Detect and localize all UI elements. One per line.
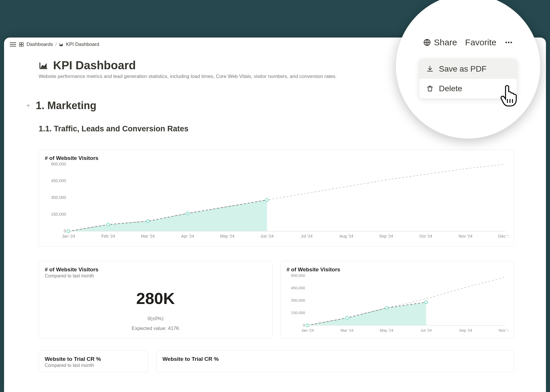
svg-rect-0 bbox=[19, 42, 21, 44]
chart-area-icon bbox=[59, 42, 63, 47]
cursor-pointer-icon bbox=[499, 84, 519, 108]
svg-point-22 bbox=[107, 223, 110, 226]
more-button[interactable] bbox=[504, 38, 513, 47]
svg-text:Jan '24: Jan '24 bbox=[62, 234, 75, 238]
visitors-chart-card: # of Website Visitors 0150,000300,000450… bbox=[39, 150, 514, 247]
visitors-small-line-chart: 0150,000300,000450,000600,000Jan '24Mar … bbox=[287, 273, 508, 333]
svg-point-25 bbox=[265, 199, 268, 201]
svg-text:Apr '24: Apr '24 bbox=[181, 234, 194, 238]
svg-text:Jan '24: Jan '24 bbox=[301, 328, 314, 333]
row-trial-cr: Website to Trial CR % Compared to last m… bbox=[39, 350, 514, 372]
favorite-label: Favorite bbox=[465, 38, 496, 47]
svg-point-40 bbox=[385, 307, 388, 309]
svg-text:450,000: 450,000 bbox=[51, 178, 66, 183]
overlay-actions-row: Share Favorite bbox=[423, 38, 513, 47]
menu-icon[interactable] bbox=[10, 42, 16, 46]
row-kpi-smallchart: # of Website Visitors Compared to last m… bbox=[39, 261, 514, 338]
svg-text:Mar '24: Mar '24 bbox=[341, 328, 353, 333]
svg-rect-1 bbox=[22, 42, 23, 44]
svg-text:Jul '24: Jul '24 bbox=[301, 234, 313, 238]
svg-point-46 bbox=[510, 42, 512, 43]
svg-text:May '24: May '24 bbox=[220, 234, 235, 238]
kpi-delta: 0(±0%) bbox=[45, 316, 266, 322]
menu-item-save-pdf[interactable]: Save as PDF bbox=[419, 59, 517, 79]
svg-text:Jun '24: Jun '24 bbox=[260, 234, 274, 238]
add-block-icon[interactable]: + bbox=[25, 102, 32, 109]
card-title: # of Website Visitors bbox=[45, 266, 266, 273]
svg-text:450,000: 450,000 bbox=[291, 286, 305, 290]
more-horizontal-icon bbox=[504, 38, 513, 47]
svg-point-24 bbox=[186, 212, 189, 215]
breadcrumb-separator: / bbox=[55, 42, 57, 47]
actions-overlay: Share Favorite Save as PDF Delete bbox=[396, 0, 540, 139]
svg-text:Feb '24: Feb '24 bbox=[101, 234, 115, 238]
card-subtitle: Compared to last month bbox=[45, 363, 142, 368]
card-title: # of Website Visitors bbox=[287, 266, 508, 273]
trash-icon bbox=[426, 85, 434, 92]
visitors-small-chart-card: # of Website Visitors 0150,000300,000450… bbox=[280, 261, 514, 338]
dashboards-grid-icon bbox=[19, 42, 24, 47]
svg-text:Sep '24: Sep '24 bbox=[379, 234, 393, 238]
svg-text:300,000: 300,000 bbox=[291, 298, 305, 303]
svg-text:Dec '24: Dec '24 bbox=[498, 234, 508, 238]
svg-point-23 bbox=[146, 220, 149, 223]
card-title: Website to Trial CR % bbox=[45, 356, 142, 362]
breadcrumb: Dashboards / KPI Dashboard bbox=[27, 42, 99, 47]
kpi-expected: Expected value: 417K bbox=[45, 326, 266, 331]
visitors-line-chart: 0150,000300,000450,000600,000Jan '24Feb … bbox=[45, 161, 508, 239]
svg-text:600,000: 600,000 bbox=[51, 162, 66, 166]
share-button[interactable]: Share bbox=[423, 38, 457, 47]
share-label: Share bbox=[434, 38, 457, 47]
svg-text:Nov '24: Nov '24 bbox=[499, 328, 508, 333]
section-heading-text: 1. Marketing bbox=[36, 100, 96, 112]
svg-point-41 bbox=[424, 301, 427, 304]
svg-rect-3 bbox=[22, 45, 23, 46]
svg-text:0: 0 bbox=[303, 323, 305, 327]
breadcrumb-current[interactable]: KPI Dashboard bbox=[66, 42, 99, 47]
card-title: Website to Trial CR % bbox=[162, 356, 508, 362]
favorite-button[interactable]: Favorite bbox=[465, 38, 496, 47]
svg-text:Jul '24: Jul '24 bbox=[420, 328, 432, 333]
visitors-kpi-card: # of Website Visitors Compared to last m… bbox=[39, 261, 272, 338]
svg-text:Mar '24: Mar '24 bbox=[141, 234, 155, 238]
trial-cr-card-a: Website to Trial CR % Compared to last m… bbox=[39, 350, 148, 372]
kpi-value: 280K bbox=[45, 289, 266, 308]
menu-item-label: Save as PDF bbox=[439, 64, 487, 74]
menu-item-label: Delete bbox=[439, 84, 462, 93]
globe-icon bbox=[423, 38, 431, 46]
svg-rect-2 bbox=[19, 45, 21, 46]
svg-text:0: 0 bbox=[64, 229, 66, 233]
card-title: # of Website Visitors bbox=[45, 155, 508, 161]
download-icon bbox=[426, 65, 434, 73]
svg-text:150,000: 150,000 bbox=[291, 311, 305, 315]
svg-text:300,000: 300,000 bbox=[51, 195, 66, 200]
page-title: KPI Dashboard bbox=[53, 59, 136, 72]
card-subtitle: Compared to last month bbox=[45, 273, 266, 279]
svg-point-39 bbox=[345, 316, 348, 319]
svg-text:Sep '24: Sep '24 bbox=[459, 328, 472, 333]
svg-text:600,000: 600,000 bbox=[291, 273, 305, 278]
svg-text:May '24: May '24 bbox=[380, 328, 393, 333]
svg-text:Aug '24: Aug '24 bbox=[339, 234, 353, 238]
chart-area-icon bbox=[39, 61, 48, 70]
svg-text:Nov '24: Nov '24 bbox=[459, 234, 472, 238]
svg-point-44 bbox=[506, 42, 507, 43]
breadcrumb-root[interactable]: Dashboards bbox=[27, 42, 53, 47]
trial-cr-card-b: Website to Trial CR % bbox=[156, 350, 514, 372]
svg-point-45 bbox=[508, 42, 510, 43]
svg-text:Oct '24: Oct '24 bbox=[419, 234, 432, 238]
svg-text:150,000: 150,000 bbox=[51, 212, 66, 216]
